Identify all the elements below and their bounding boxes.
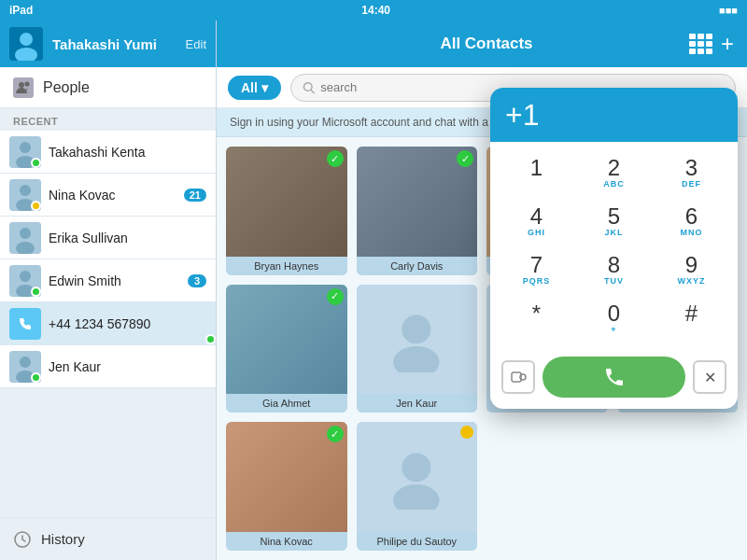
dial-letters: JKL <box>604 228 623 239</box>
svg-point-12 <box>20 228 31 239</box>
svg-point-6 <box>20 142 31 153</box>
svg-point-18 <box>20 357 31 368</box>
contact-card[interactable]: Gia Ahmet ✓ <box>226 285 347 413</box>
dial-key[interactable]: 9 WXYZ <box>653 246 730 295</box>
contact-list: Takahashi Kenta Nina Kovac 21 <box>0 131 216 388</box>
dial-digit: 1 <box>530 157 543 179</box>
dial-key[interactable]: 4 GHI <box>498 198 575 246</box>
dial-letters: + <box>611 325 616 336</box>
svg-point-28 <box>394 484 440 511</box>
dial-digit: 2 <box>608 157 620 179</box>
dial-key[interactable]: 3 DEF <box>653 149 730 198</box>
add-contact-button[interactable]: + <box>721 33 734 55</box>
contact-card[interactable]: Philipe du Sautoy <box>357 422 478 551</box>
dial-key[interactable]: 1 <box>498 149 575 198</box>
sidebar-contact-item[interactable]: Edwin Smith 3 <box>0 259 216 302</box>
contact-card-name: Philipe du Sautoy <box>357 532 478 551</box>
checkmark-badge: ✓ <box>327 288 344 305</box>
dial-key[interactable]: 7 PQRS <box>498 246 575 295</box>
contact-card-photo <box>357 285 478 395</box>
all-filter-dropdown[interactable]: All ▾ <box>228 76 281 100</box>
contact-name: Erika Sullivan <box>49 231 206 245</box>
svg-point-3 <box>19 82 24 88</box>
contact-card[interactable]: Carly Davis ✓ <box>357 147 478 275</box>
status-battery: ■■■ <box>719 5 738 16</box>
dial-letters: PQRS <box>523 276 551 287</box>
history-tab[interactable]: History <box>0 517 216 560</box>
dial-letters: DEF <box>682 179 701 190</box>
dial-digit: 9 <box>685 254 698 276</box>
status-dot <box>31 158 41 168</box>
status-dot <box>31 201 41 211</box>
dial-key[interactable]: 2 ABC <box>575 149 653 198</box>
page-title: All Contacts <box>297 35 676 53</box>
speaker-button[interactable] <box>501 360 535 394</box>
dial-digit: 7 <box>530 254 543 276</box>
history-label: History <box>41 531 85 547</box>
contact-card[interactable]: Nina Kovac ✓ <box>226 422 347 551</box>
call-button[interactable] <box>543 357 685 398</box>
sidebar-contact-item[interactable]: Erika Sullivan <box>0 217 216 259</box>
dial-key[interactable]: # <box>653 295 730 343</box>
edit-button[interactable]: Edit <box>186 37 206 51</box>
dial-digit: 5 <box>608 205 620 228</box>
contact-card[interactable]: Bryan Haynes ✓ <box>226 147 347 275</box>
backspace-button[interactable]: ✕ <box>693 360 726 394</box>
username: Tahakashi Yumi <box>52 36 176 52</box>
avatar <box>9 27 43 61</box>
people-tab[interactable]: People <box>0 67 216 108</box>
dial-digit: # <box>685 302 698 325</box>
status-time: 14:40 <box>361 4 390 17</box>
people-icon <box>13 77 34 98</box>
contact-name: Nina Kovac <box>49 188 176 203</box>
checkmark-badge: ✓ <box>327 150 344 167</box>
contact-card-name: Gia Ahmet <box>226 394 347 413</box>
dial-letters: GHI <box>528 228 545 239</box>
status-indicator <box>205 334 216 344</box>
dial-key[interactable]: 5 JKL <box>575 198 653 246</box>
dial-key[interactable]: 8 TUV <box>575 246 653 295</box>
svg-point-15 <box>20 271 31 282</box>
all-filter-label: All <box>241 80 258 95</box>
contact-avatar <box>9 351 41 383</box>
dial-letters: ABC <box>603 179 625 190</box>
contact-card-name: Carly Davis <box>357 257 478 275</box>
sidebar-contact-item[interactable]: Jen Kaur <box>0 345 216 388</box>
dial-key[interactable]: 0 + <box>575 295 653 343</box>
contact-avatar <box>9 179 41 211</box>
phone-icon <box>9 308 41 340</box>
checkmark-badge: ✓ <box>327 426 344 442</box>
sidebar-contact-item[interactable]: Takahashi Kenta <box>0 131 216 174</box>
contact-avatar <box>9 136 41 168</box>
dial-key[interactable]: * <box>498 295 575 343</box>
dial-digit: 4 <box>530 205 543 228</box>
status-dot <box>31 372 41 383</box>
contact-avatar <box>9 222 41 254</box>
unread-badge: 3 <box>188 274 206 287</box>
contact-card-name: Bryan Haynes <box>226 257 347 275</box>
chevron-down-icon: ▾ <box>261 80 268 95</box>
sidebar-contact-item[interactable]: Nina Kovac 21 <box>0 174 216 217</box>
grid-view-button[interactable] <box>687 32 712 56</box>
dial-digit: 3 <box>685 157 698 179</box>
history-icon <box>13 530 32 549</box>
svg-point-24 <box>394 346 440 372</box>
dial-key[interactable]: 6 MNO <box>653 198 730 246</box>
contact-card[interactable]: Jen Kaur <box>357 285 478 413</box>
dialpad-header: +1 <box>490 88 738 142</box>
dial-digit: 0 <box>608 302 620 325</box>
contact-name: Jen Kaur <box>49 359 206 374</box>
sidebar-contact-item[interactable]: +44 1234 567890 <box>0 302 216 345</box>
top-bar: All Contacts + <box>217 21 747 67</box>
dial-digit: 6 <box>685 205 698 228</box>
contact-card-name: Jen Kaur <box>357 394 478 413</box>
svg-point-4 <box>25 81 30 86</box>
main-content: All Contacts + All ▾ <box>217 21 747 560</box>
contact-card-photo <box>357 422 478 532</box>
svg-point-23 <box>402 315 431 343</box>
dialpad-grid: 1 2 ABC 3 DEF 4 GHI 5 JKL 6 MNO 7 PQRS 8… <box>490 142 738 351</box>
recent-label: RECENT <box>0 108 216 131</box>
dial-digit: * <box>532 302 541 325</box>
status-bar: iPad 14:40 ■■■ <box>0 0 747 21</box>
dial-letters: WXYZ <box>678 276 706 287</box>
